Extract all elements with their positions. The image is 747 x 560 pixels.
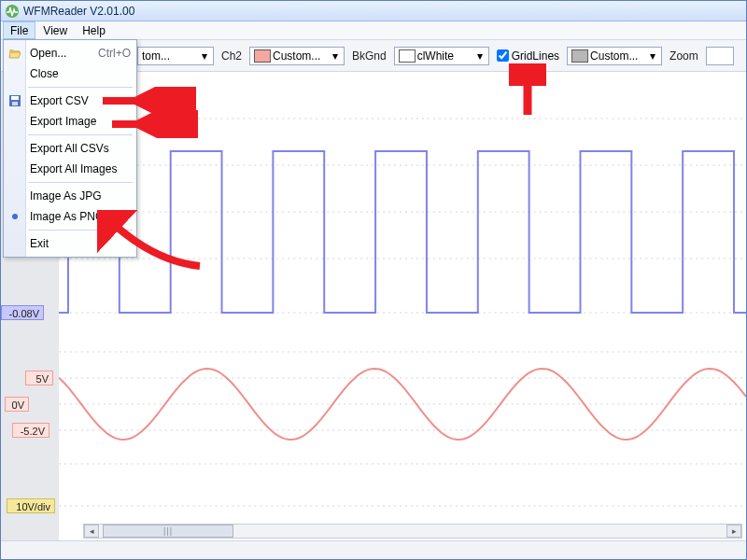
ch2-high-tag[interactable]: 5V — [25, 371, 53, 385]
waveform-plot[interactable] — [59, 72, 746, 522]
save-disk-icon — [7, 92, 23, 109]
menu-help[interactable]: Help — [75, 21, 113, 39]
chevron-down-icon: ▾ — [646, 49, 659, 63]
scroll-right-button[interactable]: ▸ — [726, 525, 741, 538]
chevron-down-icon: ▾ — [473, 49, 486, 63]
menu-separator — [28, 230, 133, 231]
grid-swatch — [571, 49, 588, 63]
bkgnd-label: BkGnd — [352, 49, 387, 63]
ch1-trace — [59, 151, 746, 313]
ch2-swatch — [254, 49, 271, 63]
titlebar: WFMReader V2.01.00 — [1, 1, 746, 21]
menu-export-all-csvs[interactable]: Export All CSVs — [4, 138, 136, 159]
svg-rect-13 — [11, 96, 19, 100]
zoom-display[interactable] — [706, 47, 734, 65]
ch2-color-dropdown[interactable]: Custom... ▾ — [249, 47, 345, 65]
menu-export-image[interactable]: Export Image — [4, 111, 136, 132]
timebase-tag[interactable]: 10V/div — [7, 498, 55, 513]
menu-separator — [28, 182, 133, 183]
app-icon — [5, 4, 20, 19]
chevron-down-icon: ▾ — [329, 49, 342, 63]
gridcolor-dropdown[interactable]: Custom... ▾ — [567, 47, 662, 65]
svg-rect-14 — [12, 102, 18, 105]
menu-close[interactable]: Close — [4, 63, 136, 84]
menu-open[interactable]: Open... Ctrl+O — [4, 43, 136, 63]
menu-separator — [28, 87, 133, 88]
ch2-label: Ch2 — [221, 49, 242, 63]
ch2-low-tag[interactable]: -5.2V — [12, 423, 49, 438]
gridlines-checkbox[interactable]: GridLines — [497, 49, 559, 63]
bullet-selected-icon — [7, 208, 23, 225]
bkgnd-swatch — [399, 49, 416, 63]
ch1-offset-tag[interactable]: -0.08V — [1, 305, 44, 320]
scroll-track[interactable]: ||| — [99, 525, 726, 538]
statusbar — [1, 540, 746, 559]
folder-open-icon — [7, 45, 23, 62]
scroll-thumb[interactable]: ||| — [103, 525, 233, 538]
menu-export-csv[interactable]: Export CSV — [4, 91, 136, 111]
ch2-trace — [59, 369, 746, 440]
menu-view[interactable]: View — [35, 21, 75, 39]
menu-export-all-images[interactable]: Export All Images — [4, 159, 136, 179]
ch1-color-dropdown[interactable]: tom... ▾ — [137, 47, 214, 65]
chevron-down-icon: ▾ — [198, 49, 211, 63]
menu-exit[interactable]: Exit — [4, 233, 136, 254]
zoom-label: Zoom — [669, 49, 698, 63]
bkgnd-color-dropdown[interactable]: clWhite ▾ — [394, 47, 489, 65]
ch2-zero-tag[interactable]: 0V — [5, 397, 29, 412]
window-title: WFMReader V2.01.00 — [23, 5, 134, 18]
menu-image-as-jpg[interactable]: Image As JPG — [4, 186, 136, 206]
menubar: File View Help — [1, 21, 746, 40]
menu-file[interactable]: File — [3, 21, 35, 39]
file-menu-dropdown: Open... Ctrl+O Close Export CSV Export I… — [3, 39, 137, 258]
menu-image-as-png[interactable]: Image As PNG — [4, 206, 136, 227]
horizontal-scrollbar[interactable]: ◂ ||| ▸ — [83, 524, 742, 539]
menu-separator — [28, 134, 133, 135]
scroll-left-button[interactable]: ◂ — [84, 525, 99, 538]
